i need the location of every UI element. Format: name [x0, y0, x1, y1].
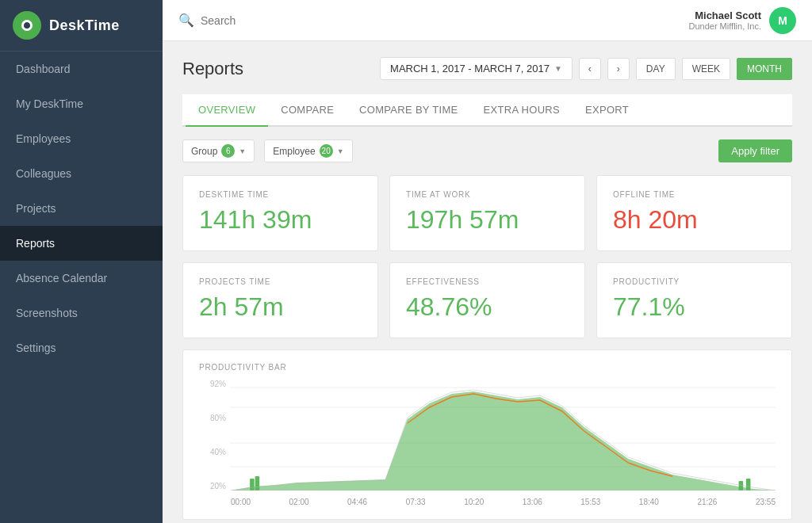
svg-rect-8 — [746, 479, 751, 491]
sidebar-item-my-desktime[interactable]: My DeskTime — [0, 86, 163, 121]
tabs-bar: OVERVIEW COMPARE COMPARE BY TIME EXTRA H… — [182, 94, 792, 127]
stat-value-productivity: 77.1% — [613, 292, 776, 322]
y-label-1: 80% — [210, 414, 226, 422]
stat-value-desktime: 141h 39m — [199, 205, 362, 235]
x-label-3: 07:33 — [406, 498, 426, 506]
stat-label-projects: PROJECTS TIME — [199, 277, 362, 286]
svg-marker-4 — [231, 391, 776, 491]
content-area: Reports MARCH 1, 2017 - MARCH 7, 2017 ▼ … — [163, 41, 812, 523]
chevron-down-icon: ▼ — [554, 64, 562, 73]
stat-card-time-at-work: TIME AT WORK 197h 57m — [389, 175, 585, 251]
stat-card-projects-time: PROJECTS TIME 2h 57m — [182, 262, 378, 338]
sidebar: DeskTime Dashboard My DeskTime Employees… — [0, 0, 163, 523]
stat-label-time-at-work: TIME AT WORK — [406, 190, 569, 199]
user-info: Michael Scott Dunder Mifflin, Inc. M — [688, 7, 796, 34]
stat-label-productivity: PRODUCTIVITY — [613, 277, 776, 286]
apply-filter-button[interactable]: Apply filter — [718, 139, 792, 162]
group-filter-count: 6 — [221, 144, 235, 158]
x-label-9: 23:55 — [756, 498, 776, 506]
chart-y-axis: 92% 80% 40% 20% — [199, 380, 231, 491]
date-range-display[interactable]: MARCH 1, 2017 - MARCH 7, 2017 ▼ — [380, 57, 573, 80]
chart-svg — [231, 380, 776, 491]
svg-rect-6 — [255, 476, 260, 491]
tab-compare-by-time[interactable]: COMPARE BY TIME — [347, 94, 470, 127]
stat-label-desktime: DESKTIME TIME — [199, 190, 362, 199]
sidebar-item-colleagues[interactable]: Colleagues — [0, 156, 163, 191]
x-label-1: 02:00 — [289, 498, 309, 506]
search-container: 🔍 — [178, 13, 688, 28]
x-label-5: 13:06 — [523, 498, 542, 506]
sidebar-item-dashboard[interactable]: Dashboard — [0, 52, 163, 86]
app-logo: DeskTime — [0, 0, 163, 52]
logo-icon — [13, 11, 41, 40]
user-name: Michael Scott — [688, 10, 761, 21]
date-range-text: MARCH 1, 2017 - MARCH 7, 2017 — [390, 63, 550, 74]
chart-container: 92% 80% 40% 20% — [199, 380, 776, 506]
stats-row-1: DESKTIME TIME 141h 39m TIME AT WORK 197h… — [182, 175, 792, 251]
next-period-button[interactable]: › — [607, 58, 630, 80]
stat-card-effectiveness: EFFECTIVENESS 48.76% — [389, 262, 585, 338]
sidebar-item-projects[interactable]: Projects — [0, 191, 163, 226]
stat-card-offline-time: OFFLINE TIME 8h 20m — [596, 175, 792, 251]
group-filter-label: Group — [191, 146, 217, 157]
search-icon: 🔍 — [178, 13, 194, 28]
day-period-button[interactable]: DAY — [636, 58, 676, 80]
productivity-chart-card: PRODUCTIVITY BAR 92% 80% 40% 20% — [182, 349, 792, 520]
page-header: Reports MARCH 1, 2017 - MARCH 7, 2017 ▼ … — [182, 57, 792, 80]
search-input[interactable] — [201, 14, 359, 27]
tab-compare[interactable]: COMPARE — [268, 94, 347, 127]
svg-rect-5 — [250, 479, 255, 491]
sidebar-item-reports[interactable]: Reports — [0, 226, 163, 261]
employee-filter-chevron: ▼ — [337, 147, 344, 155]
tab-export[interactable]: EXPORT — [573, 94, 642, 127]
user-company: Dunder Mifflin, Inc. — [688, 21, 761, 31]
group-filter-chevron: ▼ — [239, 147, 246, 155]
prev-period-button[interactable]: ‹ — [579, 58, 601, 80]
stats-row-2: PROJECTS TIME 2h 57m EFFECTIVENESS 48.76… — [182, 262, 792, 338]
stat-label-offline: OFFLINE TIME — [613, 190, 776, 199]
employee-filter-button[interactable]: Employee 20 ▼ — [264, 139, 352, 162]
x-label-8: 21:26 — [697, 498, 717, 506]
stat-label-effectiveness: EFFECTIVENESS — [406, 277, 569, 286]
sidebar-nav: Dashboard My DeskTime Employees Colleagu… — [0, 52, 163, 365]
y-label-0: 92% — [210, 380, 226, 388]
user-text: Michael Scott Dunder Mifflin, Inc. — [688, 10, 761, 31]
x-label-2: 04:46 — [347, 498, 367, 506]
sidebar-item-employees[interactable]: Employees — [0, 121, 163, 156]
topbar: 🔍 Michael Scott Dunder Mifflin, Inc. M — [163, 0, 812, 41]
sidebar-item-settings[interactable]: Settings — [0, 330, 163, 365]
group-filter-button[interactable]: Group 6 ▼ — [182, 139, 255, 162]
main-content: 🔍 Michael Scott Dunder Mifflin, Inc. M R… — [163, 0, 812, 523]
tab-extra-hours[interactable]: EXTRA HOURS — [471, 94, 573, 127]
page-title: Reports — [182, 59, 243, 79]
stat-value-projects: 2h 57m — [199, 292, 362, 322]
x-label-6: 15:53 — [580, 498, 600, 506]
sidebar-item-absence-calendar[interactable]: Absence Calendar — [0, 261, 163, 296]
week-period-button[interactable]: WEEK — [682, 58, 730, 80]
y-label-3: 20% — [210, 482, 226, 491]
sidebar-item-screenshots[interactable]: Screenshots — [0, 296, 163, 330]
stat-value-time-at-work: 197h 57m — [406, 205, 569, 235]
stat-value-offline: 8h 20m — [613, 205, 776, 235]
stat-card-desktime-time: DESKTIME TIME 141h 39m — [182, 175, 378, 251]
user-avatar[interactable]: M — [769, 7, 796, 34]
chart-x-axis: 00:00 02:00 04:46 07:33 10:20 13:06 15:5… — [231, 498, 776, 506]
stat-value-effectiveness: 48.76% — [406, 292, 569, 322]
stat-card-productivity: PRODUCTIVITY 77.1% — [596, 262, 792, 338]
x-label-4: 10:20 — [464, 498, 484, 506]
x-label-7: 18:40 — [639, 498, 659, 506]
employee-filter-count: 20 — [320, 144, 333, 158]
y-label-2: 40% — [210, 448, 226, 456]
employee-filter-label: Employee — [273, 146, 315, 157]
date-range-container: MARCH 1, 2017 - MARCH 7, 2017 ▼ ‹ › DAY … — [380, 57, 792, 80]
brand-name: DeskTime — [49, 17, 120, 34]
chart-title: PRODUCTIVITY BAR — [199, 363, 776, 372]
filter-bar: Group 6 ▼ Employee 20 ▼ Apply filter — [182, 139, 792, 162]
month-period-button[interactable]: MONTH — [737, 58, 792, 80]
tab-overview[interactable]: OVERVIEW — [186, 94, 268, 127]
x-label-0: 00:00 — [231, 498, 251, 506]
